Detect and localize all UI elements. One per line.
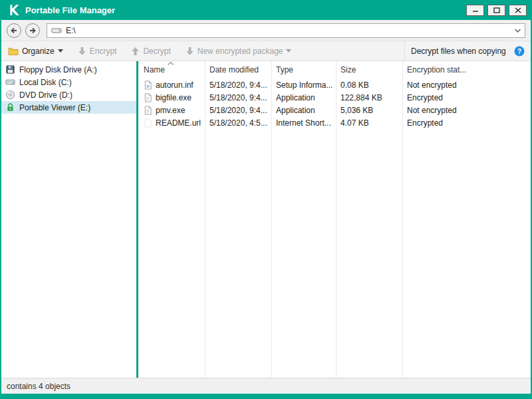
toolbar: Organize Encrypt Decrypt New encrypted: [1, 41, 531, 61]
file-row-bigfile-exe[interactable]: bigfile.exe 5/18/2020, 9:4... Applicatio…: [138, 91, 531, 104]
forward-button[interactable]: [25, 23, 40, 38]
address-dropdown-icon[interactable]: [515, 29, 521, 33]
column-header-encryption-status[interactable]: Encryption stat...: [402, 61, 531, 78]
arrow-up-icon: [131, 47, 140, 56]
file-encryption-status: Not encrypted: [402, 78, 531, 91]
maximize-button[interactable]: [487, 5, 505, 16]
svg-text:?: ?: [517, 47, 521, 55]
new-encrypted-package-button[interactable]: New encrypted package: [186, 47, 292, 56]
window-title: Portable File Manager: [25, 5, 463, 15]
arrow-down-icon: [186, 47, 194, 56]
file-type: Application: [271, 104, 336, 116]
file-row-autorun-inf[interactable]: autorun.inf 5/18/2020, 9:4... Setup Info…: [138, 78, 531, 91]
sidebar-item-label: Portable Viewer (E:): [19, 103, 90, 112]
column-header-size[interactable]: Size: [336, 61, 402, 78]
file-type: Setup Informa...: [271, 78, 336, 91]
sidebar-item-floppy-drive-a[interactable]: Floppy Disk Drive (A:): [1, 63, 136, 76]
sidebar-item-label: Local Disk (C:): [19, 78, 72, 87]
file-date: 5/18/2020, 9:4...: [205, 78, 271, 91]
organize-label: Organize: [22, 47, 55, 56]
file-size: 0.08 KB: [336, 78, 402, 91]
file-encryption-status: Encrypted: [402, 116, 531, 129]
arrow-down-icon: [78, 47, 86, 56]
application-file-icon: [144, 93, 152, 102]
window-bottom-border: [1, 394, 531, 399]
decrypt-when-copying-label: Decrypt files when copying: [411, 47, 506, 56]
file-row-pmv-exe[interactable]: pmv.exe 5/18/2020, 9:4... Application 5,…: [138, 104, 531, 116]
url-file-icon: [144, 118, 152, 128]
status-bar: contains 4 objects: [1, 378, 531, 394]
portable-file-manager-window: Portable File Manager E:\: [0, 0, 532, 399]
file-type: Application: [271, 91, 336, 104]
file-date: 5/18/2020, 9:4...: [205, 91, 271, 104]
kaspersky-logo-icon: [8, 4, 20, 16]
toolbar-right: Decrypt files when copying ?: [404, 41, 531, 61]
floppy-icon: [5, 65, 15, 74]
toolbar-left: Organize Encrypt Decrypt New encrypted: [1, 41, 404, 61]
lock-icon: [5, 102, 15, 112]
decrypt-button[interactable]: Decrypt: [131, 47, 170, 56]
dvd-icon: [5, 90, 15, 100]
sidebar-item-label: DVD Drive (D:): [19, 90, 72, 100]
minimize-button[interactable]: [466, 5, 484, 16]
file-name: pmv.exe: [156, 106, 185, 115]
drive-sidebar: Floppy Disk Drive (A:) Local Disk (C:): [1, 61, 136, 378]
close-button[interactable]: [509, 5, 527, 16]
new-encrypted-package-label: New encrypted package: [198, 47, 283, 56]
titlebar: Portable File Manager: [1, 0, 531, 20]
file-encryption-status: Encrypted: [402, 91, 531, 104]
help-icon[interactable]: ?: [514, 46, 525, 57]
file-encryption-status: Not encrypted: [402, 104, 531, 116]
status-text: contains 4 objects: [7, 382, 70, 391]
file-row-readme-url[interactable]: README.url 5/18/2020, 4:5... Internet Sh…: [138, 116, 531, 129]
file-date: 5/18/2020, 4:5...: [205, 116, 271, 129]
file-name: bigfile.exe: [156, 93, 192, 102]
sidebar-item-local-disk-c[interactable]: Local Disk (C:): [1, 76, 136, 88]
decrypt-label: Decrypt: [143, 47, 170, 56]
sidebar-item-dvd-drive-d[interactable]: DVD Drive (D:): [1, 88, 136, 101]
file-size: 5,036 KB: [336, 104, 402, 116]
setup-file-icon: [144, 80, 152, 90]
sidebar-item-portable-viewer-e[interactable]: Portable Viewer (E:): [1, 101, 136, 114]
file-name: autorun.inf: [156, 80, 194, 90]
encrypt-button[interactable]: Encrypt: [78, 47, 117, 56]
file-name: README.url: [156, 118, 201, 128]
drive-icon: [51, 25, 62, 36]
chevron-down-icon: [286, 49, 291, 53]
chevron-down-icon: [58, 49, 63, 53]
column-header-date-modified[interactable]: Date modified: [205, 61, 271, 78]
sort-ascending-icon: [168, 62, 174, 65]
file-size: 4.07 KB: [336, 116, 402, 129]
sidebar-item-label: Floppy Disk Drive (A:): [19, 65, 97, 74]
hard-disk-icon: [5, 77, 15, 87]
organize-button[interactable]: Organize: [8, 46, 63, 57]
file-list-header: Name Date modified Type Size Encryption …: [138, 61, 531, 78]
file-type: Internet Short...: [271, 116, 336, 129]
column-header-type[interactable]: Type: [271, 61, 336, 78]
file-date: 5/18/2020, 9:4...: [205, 104, 271, 116]
file-list: Name Date modified Type Size Encryption …: [138, 61, 531, 378]
address-path: E:\: [66, 26, 511, 35]
address-bar[interactable]: E:\: [47, 23, 525, 38]
back-button[interactable]: [7, 23, 21, 38]
folder-icon: [8, 46, 19, 57]
encrypt-label: Encrypt: [90, 47, 117, 56]
application-file-icon: [144, 106, 152, 115]
main-area: Floppy Disk Drive (A:) Local Disk (C:): [1, 61, 531, 378]
file-size: 122,884 KB: [336, 91, 402, 104]
navigation-row: E:\: [1, 20, 531, 41]
